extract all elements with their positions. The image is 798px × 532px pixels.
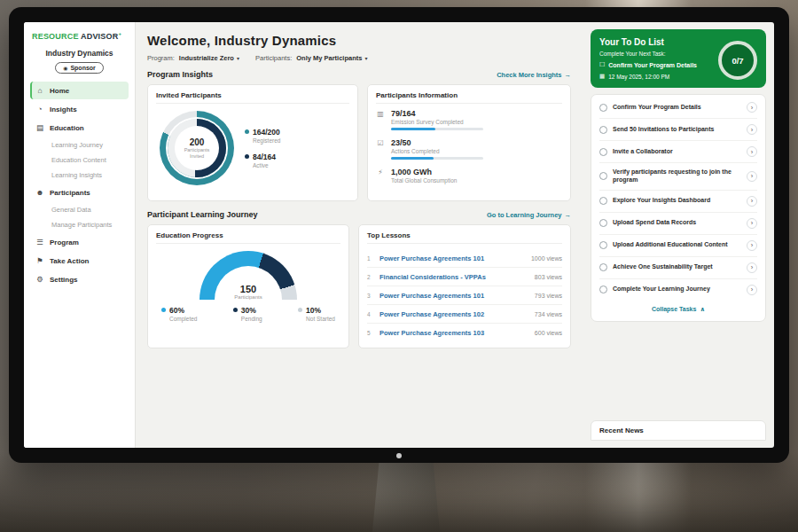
chevron-right-icon[interactable]: › [747, 262, 757, 273]
sidebar-item-take-action[interactable]: ⚑ Take Action [30, 252, 129, 270]
lesson-rank: 1 [367, 255, 374, 262]
gauge-center-label: Participants [200, 294, 297, 300]
chevron-right-icon[interactable]: › [747, 285, 757, 295]
sidebar: RESOURCE ADVISOR+ Industry Dynamics ◉ Sp… [24, 22, 136, 448]
chevron-right-icon[interactable]: › [747, 146, 757, 157]
todo-due-date: 12 May 2025, 12:00 PM [608, 74, 669, 80]
task-checkbox[interactable] [599, 126, 607, 134]
org-name: Industry Dynamics [30, 49, 129, 58]
program-filter-select[interactable]: Industrialize Zero ▾ [179, 54, 239, 62]
lesson-title-link[interactable]: Financial Considerations - VPPAs [379, 273, 529, 281]
participants-filter-select[interactable]: Only My Participants ▾ [296, 54, 367, 62]
task-row-complete-learning-journey[interactable]: Complete Your Learning Journey › [599, 279, 757, 301]
task-checkbox[interactable] [599, 197, 607, 205]
task-row-upload-educational-content[interactable]: Upload Additional Educational Content › [599, 235, 757, 257]
collapse-tasks-link[interactable]: Collapse Tasks ∧ [599, 301, 757, 319]
sidebar-item-insights[interactable]: ◔ Insights [30, 100, 129, 118]
insights-icon: ◔ [35, 105, 44, 113]
main-content: Welcome, Industry Dynamics Program: Indu… [136, 22, 583, 448]
task-checkbox[interactable] [599, 104, 607, 112]
lesson-rank: 4 [367, 311, 374, 317]
task-row-achieve-target[interactable]: Achieve One Sustainability Target › [599, 257, 757, 279]
chevron-right-icon[interactable]: › [747, 240, 757, 251]
task-checkbox[interactable] [599, 219, 607, 227]
lesson-views: 793 views [535, 293, 562, 299]
not-started-dot-icon [298, 308, 302, 312]
participants-icon: ☻ [35, 188, 44, 197]
sidebar-item-home[interactable]: ⌂ Home [30, 82, 129, 99]
lesson-views: 803 views [535, 274, 562, 280]
chevron-right-icon[interactable]: › [747, 171, 757, 182]
lesson-title-link[interactable]: Power Purchase Agreements 102 [379, 310, 529, 318]
go-to-learning-journey-link[interactable]: Go to Learning Journey → [487, 211, 571, 219]
recent-news-header[interactable]: Recent News [591, 420, 766, 441]
chevron-right-icon[interactable]: › [747, 196, 757, 207]
lesson-row[interactable]: 3 Power Purchase Agreements 101 793 view… [367, 286, 562, 305]
chevron-right-icon[interactable]: › [747, 102, 757, 113]
chevron-right-icon[interactable]: › [747, 124, 757, 135]
sidebar-item-program[interactable]: ☰ Program [30, 233, 129, 251]
sidebar-item-label: Education [50, 124, 84, 132]
sidebar-item-learning-insights[interactable]: Learning Insights [30, 168, 129, 183]
sidebar-item-settings[interactable]: ⚙ Settings [30, 270, 129, 288]
task-checkbox[interactable] [599, 263, 607, 271]
gauge-center: 150 Participants [200, 284, 297, 300]
education-progress-card: Education Progress 150 Participants [147, 224, 349, 348]
donut-center-value: 200 [190, 137, 205, 147]
lesson-row[interactable]: 2 Financial Considerations - VPPAs 803 v… [367, 268, 562, 286]
learning-journey-cards: Education Progress 150 Participants [147, 224, 571, 348]
monitor-bezel: RESOURCE ADVISOR+ Industry Dynamics ◉ Sp… [9, 7, 789, 463]
task-label: Upload Additional Educational Content [613, 241, 741, 249]
gauge-legend: 60% Completed 30% Pending [156, 306, 340, 322]
legend-value: 164/200 [253, 128, 280, 137]
sidebar-item-learning-journey[interactable]: Learning Journey [30, 137, 129, 153]
task-checkbox[interactable] [599, 286, 607, 293]
lesson-views: 600 views [535, 330, 562, 336]
education-progress-gauge: 150 Participants [200, 251, 297, 300]
sidebar-item-label: Participants [50, 189, 90, 197]
task-checkbox[interactable] [599, 148, 607, 156]
lesson-title-link[interactable]: Power Purchase Agreements 103 [379, 329, 529, 337]
sidebar-item-general-data[interactable]: General Data [30, 202, 129, 217]
sidebar-item-education[interactable]: ▤ Education [30, 119, 129, 137]
task-checkbox[interactable] [599, 172, 607, 180]
todo-next-task[interactable]: ☐ Confirm Your Program Details [599, 61, 724, 68]
registered-dot-icon [245, 129, 249, 134]
chevron-right-icon[interactable]: › [747, 218, 757, 229]
stat-value: 23/50 [391, 138, 483, 147]
actions-icon: ☑ [376, 138, 385, 160]
task-label: Achieve One Sustainability Target [613, 263, 741, 271]
lesson-title-link[interactable]: Power Purchase Agreements 101 [379, 254, 526, 262]
stat-label: Emission Survey Completed [391, 119, 483, 125]
legend-item-active: 84/164 Active [245, 153, 280, 168]
task-row-confirm-program[interactable]: Confirm Your Program Details › [599, 97, 757, 119]
sidebar-item-education-content[interactable]: Education Content [30, 153, 129, 168]
sidebar-item-participants[interactable]: ☻ Participants [30, 184, 129, 201]
legend-item-completed: 60% Completed [161, 306, 197, 322]
lesson-row[interactable]: 1 Power Purchase Agreements 101 1000 vie… [367, 249, 562, 268]
participants-filter-value: Only My Participants [296, 54, 362, 62]
lesson-row[interactable]: 5 Power Purchase Agreements 103 600 view… [367, 324, 562, 341]
link-label: Go to Learning Journey [487, 211, 562, 219]
task-row-explore-insights[interactable]: Explore Your Insights Dashboard › [599, 191, 757, 213]
task-row-invite-collaborator[interactable]: Invite a Collaborator › [599, 141, 757, 163]
task-row-send-invitations[interactable]: Send 50 Invitations to Participants › [599, 119, 757, 141]
task-checkbox[interactable] [599, 241, 607, 249]
sidebar-item-manage-participants[interactable]: Manage Participants [30, 217, 129, 232]
sidebar-item-label: Settings [50, 276, 78, 284]
lesson-row[interactable]: 4 Power Purchase Agreements 102 734 view… [367, 305, 562, 324]
legend-value: 10% [306, 306, 335, 315]
invited-participants-card: Invited Participants 200 Participants In… [147, 84, 358, 201]
program-insights-section-header: Program Insights Check More Insights → [147, 70, 571, 79]
task-row-verify-participants[interactable]: Verify participants requesting to join t… [599, 163, 757, 191]
program-filter-value: Industrialize Zero [179, 54, 234, 62]
task-row-upload-spend-data[interactable]: Upload Spend Data Records › [599, 213, 757, 235]
consumption-icon: ⚡ [376, 168, 385, 186]
check-more-insights-link[interactable]: Check More Insights → [497, 71, 571, 79]
chevron-up-icon: ∧ [700, 306, 705, 313]
checkbox-icon[interactable]: ☐ [599, 61, 605, 68]
legend-label: Pending [241, 316, 262, 322]
invited-participants-donut: 200 Participants Invited [160, 111, 234, 185]
todo-panel: Your To Do List Complete Your Next Task:… [583, 22, 774, 448]
lesson-title-link[interactable]: Power Purchase Agreements 101 [379, 292, 529, 300]
